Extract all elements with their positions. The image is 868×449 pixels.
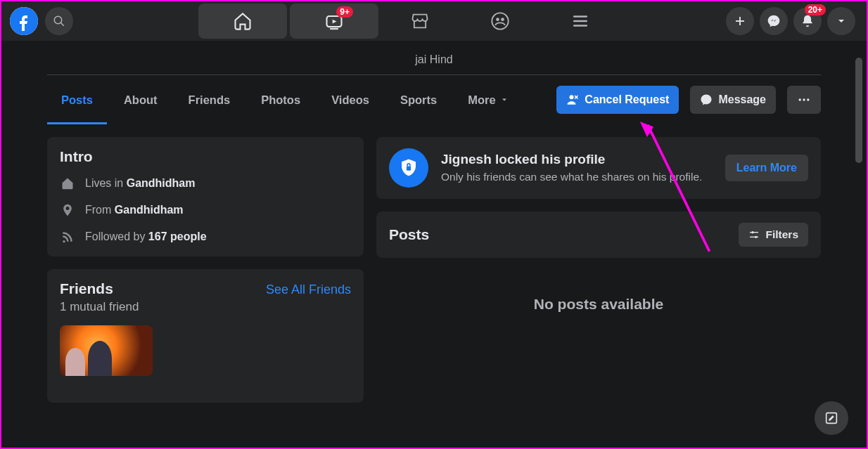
messenger-button[interactable] bbox=[760, 7, 788, 35]
svg-point-17 bbox=[803, 98, 805, 100]
rss-icon bbox=[60, 230, 75, 244]
mutual-friends-count: 1 mutual friend bbox=[60, 300, 351, 314]
tab-about[interactable]: About bbox=[110, 79, 172, 121]
person-remove-icon bbox=[566, 93, 579, 106]
nav-tab-marketplace[interactable] bbox=[381, 4, 459, 39]
intro-title: Intro bbox=[60, 148, 351, 165]
search-button[interactable] bbox=[45, 7, 73, 35]
svg-rect-19 bbox=[407, 167, 411, 171]
plus-icon bbox=[734, 15, 746, 27]
locked-desc: Only his friends can see what he shares … bbox=[441, 170, 713, 185]
home-icon bbox=[233, 11, 253, 31]
intro-from: From Gandhidham bbox=[60, 203, 351, 217]
message-label: Message bbox=[718, 93, 766, 106]
nav-tab-groups[interactable] bbox=[461, 4, 539, 39]
hamburger-icon bbox=[571, 12, 589, 30]
bell-icon bbox=[800, 14, 815, 28]
svg-point-16 bbox=[799, 98, 801, 100]
edit-fab[interactable] bbox=[815, 401, 848, 435]
profile-tabs: Posts About Friends Photos Videos Sports… bbox=[47, 75, 821, 124]
learn-more-button[interactable]: Learn More bbox=[725, 155, 808, 181]
tab-videos[interactable]: Videos bbox=[317, 79, 383, 121]
watch-badge: 9+ bbox=[336, 6, 353, 18]
scrollbar[interactable] bbox=[855, 58, 862, 163]
nav-center-tabs: 9+ bbox=[198, 1, 619, 41]
tab-more-label: More bbox=[468, 93, 495, 107]
location-icon bbox=[60, 203, 75, 217]
see-all-friends-link[interactable]: See All Friends bbox=[266, 282, 351, 297]
home-icon bbox=[60, 176, 75, 190]
nav-tab-watch[interactable]: 9+ bbox=[290, 4, 378, 39]
cancel-request-button[interactable]: Cancel Request bbox=[556, 86, 679, 114]
edit-icon bbox=[824, 410, 839, 426]
notifications-button[interactable]: 20+ bbox=[793, 7, 822, 35]
groups-icon bbox=[490, 11, 510, 31]
create-button[interactable] bbox=[726, 7, 754, 35]
ellipsis-icon bbox=[797, 93, 811, 107]
intro-lives-in: Lives in Gandhidham bbox=[60, 176, 351, 190]
friend-thumbnail[interactable] bbox=[60, 325, 153, 376]
search-icon bbox=[53, 15, 65, 27]
svg-line-2 bbox=[60, 22, 64, 26]
filters-button[interactable]: Filters bbox=[739, 223, 808, 247]
profile-tagline: jai Hind bbox=[47, 41, 821, 74]
account-button[interactable] bbox=[827, 7, 855, 35]
shield-icon bbox=[389, 148, 428, 188]
nav-right: 20+ bbox=[726, 1, 855, 41]
messenger-icon bbox=[767, 14, 781, 28]
intro-followed: Followed by 167 people bbox=[60, 230, 351, 244]
more-actions-button[interactable] bbox=[787, 86, 821, 114]
svg-point-1 bbox=[54, 16, 62, 24]
filters-icon bbox=[748, 229, 760, 240]
svg-point-13 bbox=[570, 95, 574, 99]
svg-point-5 bbox=[492, 13, 508, 29]
posts-card: Posts Filters bbox=[376, 212, 821, 258]
chevron-down-icon bbox=[836, 15, 847, 27]
notifications-badge: 20+ bbox=[805, 4, 826, 15]
profile-page: jai Hind Posts About Friends Photos Vide… bbox=[47, 41, 821, 403]
svg-point-23 bbox=[755, 236, 757, 238]
svg-point-7 bbox=[501, 18, 504, 21]
facebook-logo[interactable] bbox=[10, 7, 38, 35]
svg-point-6 bbox=[496, 18, 499, 21]
friends-card: Friends See All Friends 1 mutual friend bbox=[47, 269, 364, 403]
messenger-icon bbox=[700, 93, 713, 106]
tab-photos[interactable]: Photos bbox=[247, 79, 314, 121]
svg-point-21 bbox=[752, 231, 754, 233]
tab-posts[interactable]: Posts bbox=[47, 79, 107, 121]
filters-label: Filters bbox=[765, 228, 798, 241]
top-nav: 9+ bbox=[1, 1, 867, 41]
intro-card: Intro Lives in Gandhidham From Gandhidha… bbox=[47, 137, 364, 256]
chevron-down-icon bbox=[500, 96, 509, 104]
message-button[interactable]: Message bbox=[690, 86, 776, 114]
locked-title: Jignesh locked his profile bbox=[441, 152, 713, 167]
tab-sports[interactable]: Sports bbox=[386, 79, 451, 121]
tab-more[interactable]: More bbox=[454, 79, 522, 121]
nav-tab-home[interactable] bbox=[198, 4, 287, 39]
tab-friends[interactable]: Friends bbox=[174, 79, 245, 121]
posts-title: Posts bbox=[389, 226, 429, 243]
facebook-icon bbox=[10, 7, 38, 35]
marketplace-icon bbox=[410, 11, 430, 31]
svg-point-18 bbox=[807, 98, 809, 100]
cancel-request-label: Cancel Request bbox=[585, 93, 669, 106]
no-posts-text: No posts available bbox=[376, 271, 821, 397]
nav-tab-menu[interactable] bbox=[542, 4, 619, 39]
friends-title: Friends bbox=[60, 280, 113, 297]
locked-profile-card: Jignesh locked his profile Only his frie… bbox=[376, 137, 821, 199]
